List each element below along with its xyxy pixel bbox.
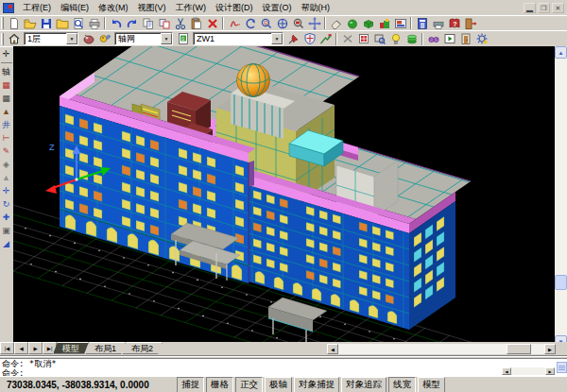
wall-tool-icon[interactable]: ▲ xyxy=(0,105,12,118)
tab-nav-first-icon[interactable]: |◀ xyxy=(0,342,14,354)
floor-combo[interactable]: 1层▼ xyxy=(24,32,78,45)
object-pair-icon[interactable]: ◈ xyxy=(0,158,12,171)
print-preview-icon[interactable] xyxy=(70,16,86,30)
menu-1[interactable]: 编辑(E) xyxy=(56,1,94,15)
zoom-previous-icon[interactable] xyxy=(290,16,306,30)
erase-x-icon[interactable] xyxy=(339,32,355,46)
cmd-scroll-left-icon[interactable]: ◀ xyxy=(502,367,511,375)
move-tool-icon[interactable]: ✛ xyxy=(0,184,12,197)
copy-object-icon[interactable] xyxy=(156,16,172,30)
axis-tool-icon[interactable]: 轴 xyxy=(0,65,12,78)
bulb-icon[interactable] xyxy=(387,32,404,46)
command-window[interactable]: 命令: *取消* 命令: xyxy=(0,358,567,377)
axis-label-icon[interactable]: ⊢ xyxy=(0,131,12,145)
zoom-extents-icon[interactable] xyxy=(274,16,290,30)
status-toggle-线宽[interactable]: 线宽 xyxy=(388,377,416,392)
cut-icon[interactable] xyxy=(172,16,188,30)
column-tool-icon[interactable]: 井 xyxy=(0,118,12,131)
home-icon[interactable] xyxy=(6,32,22,46)
horizontal-scrollbar[interactable]: ◀ ▶ xyxy=(327,344,556,354)
status-toggle-栅格[interactable]: 栅格 xyxy=(206,377,233,392)
red-cell-icon[interactable] xyxy=(355,32,371,46)
undo-icon[interactable] xyxy=(108,16,124,30)
open-folder-icon[interactable] xyxy=(22,16,38,30)
menu-2[interactable]: 修改(M) xyxy=(94,1,133,15)
copy-clip-icon[interactable] xyxy=(140,16,156,30)
shade-cube-icon[interactable] xyxy=(360,16,376,30)
menu-0[interactable]: 工程(E) xyxy=(18,1,56,15)
zoom-window-icon[interactable]: Q xyxy=(258,16,274,30)
tab-模型[interactable]: 模型 xyxy=(53,342,89,354)
scroll-right-icon[interactable]: ▶ xyxy=(544,344,556,354)
gear-sync-icon[interactable] xyxy=(473,32,490,46)
delete-icon[interactable] xyxy=(204,16,220,30)
status-toggle-对象捕捉[interactable]: 对象捕捉 xyxy=(294,377,339,392)
shade-sphere-icon[interactable] xyxy=(344,16,360,30)
scroll-left-icon[interactable]: ◀ xyxy=(327,344,338,354)
menu-6[interactable]: 设置(O) xyxy=(258,1,297,15)
command-scroll-grip[interactable] xyxy=(557,362,567,373)
offset-tool-icon[interactable]: ✚ xyxy=(0,211,12,224)
vertical-scrollbar[interactable]: ▲ ▼ xyxy=(555,46,567,348)
name-combo[interactable]: ZW1▼ xyxy=(193,32,284,45)
scroll-up-icon[interactable]: ▲ xyxy=(555,46,567,59)
pan-realtime-icon[interactable] xyxy=(226,16,242,30)
drawing-canvas[interactable]: Z xyxy=(13,46,555,342)
coins-icon[interactable] xyxy=(404,32,420,46)
move-cross-icon[interactable]: ✛ xyxy=(0,47,12,60)
status-toggle-捕捉[interactable]: 捕捉 xyxy=(177,377,204,392)
menu-3[interactable]: 视图(V) xyxy=(133,1,171,15)
status-toggle-对象追踪[interactable]: 对象追踪 xyxy=(341,377,387,392)
zoom-realtime-icon[interactable] xyxy=(242,16,258,30)
project-manager-icon[interactable] xyxy=(80,32,96,46)
pin-red-icon[interactable] xyxy=(285,32,301,46)
grid-edit-icon[interactable]: ▦ xyxy=(0,92,12,105)
menu-4[interactable]: 工作(W) xyxy=(171,1,212,15)
minimize-button[interactable]: ▬ xyxy=(524,3,536,13)
tab-nav-next-icon[interactable]: ▶ xyxy=(28,342,43,354)
plot-icon[interactable] xyxy=(430,16,446,30)
tab-布局1[interactable]: 布局1 xyxy=(85,342,126,354)
exit-icon[interactable] xyxy=(462,16,478,30)
new-file-icon[interactable] xyxy=(6,16,22,30)
folder-icon[interactable] xyxy=(54,16,70,30)
command-h-scrollbar[interactable]: ◀ ▶ xyxy=(502,367,555,375)
shield-icon[interactable] xyxy=(301,32,318,46)
status-toggle-正交[interactable]: 正交 xyxy=(235,377,263,392)
grid-combo[interactable]: 轴网▼ xyxy=(114,32,173,45)
restore-button[interactable]: ❐ xyxy=(538,3,550,13)
app-icon[interactable] xyxy=(3,3,14,13)
paste-icon[interactable] xyxy=(188,16,204,30)
rotate-tool-icon[interactable]: ↻ xyxy=(0,197,12,211)
floor-combo-dropdown-icon[interactable]: ▼ xyxy=(66,33,77,44)
vertical-scroll-thumb[interactable] xyxy=(555,275,567,290)
status-toggle-模型[interactable]: 模型 xyxy=(418,377,445,392)
tab-nav-prev-icon[interactable]: ◀ xyxy=(14,342,28,354)
cmd-scroll-right-icon[interactable]: ▶ xyxy=(545,367,555,375)
survey-flag-icon[interactable] xyxy=(318,32,334,46)
grid-draw-icon[interactable]: ▦ xyxy=(0,78,12,92)
help-book-icon[interactable]: ? xyxy=(446,16,462,30)
save-icon[interactable] xyxy=(38,16,54,30)
rect-select-icon[interactable]: ▣ xyxy=(0,224,12,237)
tab-布局2[interactable]: 布局2 xyxy=(122,342,163,354)
status-toggle-极轴[interactable]: 极轴 xyxy=(265,377,292,392)
grid-combo-dropdown-icon[interactable]: ▼ xyxy=(161,33,172,44)
erase-icon[interactable] xyxy=(328,16,344,30)
play-box-icon[interactable] xyxy=(441,32,457,46)
pan-icon[interactable] xyxy=(306,16,322,30)
pencil-erase-icon[interactable]: ✎ xyxy=(0,145,12,158)
triangle-tool-icon[interactable]: ▲ xyxy=(0,171,12,184)
bird-eye-icon[interactable] xyxy=(96,32,112,46)
menu-5[interactable]: 设计图(D) xyxy=(211,1,258,15)
calculator-icon[interactable] xyxy=(414,16,430,30)
zoom-box-icon[interactable] xyxy=(371,32,387,46)
hatch-tool-icon[interactable]: ◢ xyxy=(0,237,12,250)
render-icon[interactable] xyxy=(376,16,392,30)
layer-doc-icon[interactable]: 0 xyxy=(175,32,191,46)
door-icon[interactable] xyxy=(457,32,473,46)
close-button[interactable]: ✕ xyxy=(552,3,564,13)
glasses-purple-icon[interactable] xyxy=(425,32,441,46)
named-view-icon[interactable] xyxy=(392,16,408,30)
horizontal-scroll-thumb[interactable] xyxy=(507,344,531,354)
